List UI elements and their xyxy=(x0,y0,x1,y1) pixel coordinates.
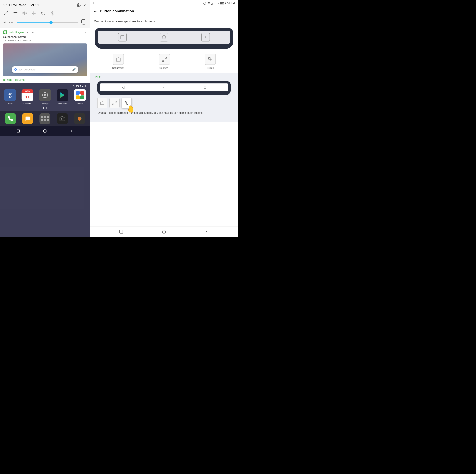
help-phone-mock: ◁ ○ □ xyxy=(97,81,231,95)
capture-option-label: Capture+ xyxy=(159,67,170,69)
app-bar: ← Button combination xyxy=(90,7,238,16)
qslide-option[interactable]: QSlide xyxy=(204,54,216,69)
clear-all-button[interactable]: CLEAR ALL xyxy=(73,85,87,88)
home-button-left[interactable] xyxy=(42,128,48,134)
dock-item-apps[interactable] xyxy=(39,113,50,124)
phone-mock-top xyxy=(95,28,233,49)
brightness-fill xyxy=(17,22,51,23)
notification-title: Screenshot saved xyxy=(3,35,87,39)
notification-app-name: Android System xyxy=(9,31,25,34)
app-grid: @ Email WED 11 Calendar xyxy=(0,89,90,105)
svg-rect-6 xyxy=(4,32,6,33)
volume-icon[interactable] xyxy=(40,10,46,16)
dock-item-messages[interactable] xyxy=(22,113,33,124)
page-dots xyxy=(0,105,90,111)
home-button-right[interactable] xyxy=(161,229,167,235)
wifi-icon[interactable] xyxy=(13,10,18,16)
search-placeholder: Say "Ok Google" xyxy=(18,68,70,71)
expand-icon[interactable] xyxy=(3,10,9,16)
app-label-email: Email xyxy=(8,102,13,105)
svg-point-14 xyxy=(43,129,46,133)
notification-option[interactable]: Notification xyxy=(112,54,124,69)
google-search-bar: G Say "Ok Google" 🎤 xyxy=(12,66,78,73)
back-nav-icon[interactable] xyxy=(201,33,210,41)
recents-button-left[interactable] xyxy=(15,128,21,134)
notification-header: Android System • now ∧ xyxy=(3,31,87,35)
back-button-appbar[interactable]: ← xyxy=(93,9,97,14)
svg-point-9 xyxy=(44,94,46,96)
notification-subtitle: Tap to see your screenshot xyxy=(3,39,87,42)
wifi-status-icon xyxy=(207,2,210,5)
share-button[interactable]: SHARE xyxy=(3,79,12,81)
svg-line-20 xyxy=(165,57,167,59)
page-dot-1 xyxy=(43,107,44,109)
app-item-playstore[interactable]: Play Store xyxy=(56,89,69,105)
android-system-icon xyxy=(3,31,7,35)
svg-point-0 xyxy=(78,5,79,6)
svg-point-18 xyxy=(162,35,166,39)
screenshot-preview[interactable]: G Say "Ok Google" 🎤 xyxy=(3,43,87,76)
mute-icon[interactable] xyxy=(22,10,28,16)
firefox-dock-icon xyxy=(74,113,85,124)
time-date: 2:51 PM Wed, Oct 11 xyxy=(3,3,39,7)
right-panel: 71% 2:51 PM ← Button combination Drag an… xyxy=(90,0,238,237)
dock xyxy=(0,111,90,126)
app-label-playstore: Play Store xyxy=(58,102,67,105)
home-nav-icon[interactable] xyxy=(160,33,168,41)
signal-icon xyxy=(211,2,214,5)
page-dot-2 xyxy=(46,107,47,109)
apps-dock-icon xyxy=(39,113,50,124)
recent-apps-section: CLEAR ALL @ Email WED 11 Calendar xyxy=(0,83,90,237)
gear-icon[interactable] xyxy=(77,3,81,7)
help-notification-icon[interactable] xyxy=(97,98,107,108)
svg-line-29 xyxy=(115,101,117,103)
page-title: Button combination xyxy=(100,9,134,13)
svg-rect-13 xyxy=(17,130,19,132)
airplane-icon[interactable] xyxy=(31,10,37,16)
dock-item-firefox[interactable] xyxy=(74,113,85,124)
back-button-right[interactable] xyxy=(204,229,210,235)
bluetooth-icon[interactable] xyxy=(49,10,55,16)
app-item-calendar[interactable]: WED 11 Calendar xyxy=(21,89,34,105)
help-section: HELP ◁ ○ □ xyxy=(90,72,238,122)
capture-option[interactable]: Capture+ xyxy=(159,54,170,69)
dock-item-camera[interactable] xyxy=(57,113,68,124)
brightness-percentage: 50% xyxy=(9,21,15,24)
calendar-app-icon: WED 11 xyxy=(21,89,34,101)
recents-nav-icon[interactable] xyxy=(118,33,127,41)
notification-card: Android System • now ∧ Screenshot saved … xyxy=(0,28,90,83)
help-drag-icons: 🤚 xyxy=(97,98,231,108)
time-right: 2:51 PM xyxy=(225,2,235,5)
svg-marker-5 xyxy=(41,12,43,15)
delete-button[interactable]: DELETE xyxy=(15,79,25,81)
back-button-left[interactable] xyxy=(69,128,75,134)
help-phone-screen: ◁ ○ □ xyxy=(100,84,228,91)
help-back-icon: ◁ xyxy=(122,86,124,89)
recents-button-right[interactable] xyxy=(118,229,124,235)
dock-item-phone[interactable] xyxy=(5,113,16,124)
auto-brightness-icon[interactable] xyxy=(81,19,85,23)
notification-expand-icon[interactable]: ∧ xyxy=(85,31,87,34)
svg-line-2 xyxy=(5,14,6,15)
phone-screen-top xyxy=(98,31,230,44)
hand-cursor-icon: 🤚 xyxy=(126,104,136,114)
help-qslide-drag-wrap: 🤚 xyxy=(121,98,132,108)
brightness-slider[interactable] xyxy=(17,22,78,23)
help-capture-icon[interactable] xyxy=(109,98,119,108)
notification-option-label: Notification xyxy=(112,67,124,69)
settings-app-icon xyxy=(39,89,51,101)
messages-dock-icon xyxy=(22,113,33,124)
qslide-option-icon xyxy=(204,54,216,65)
status-icons-right: 71% 2:51 PM xyxy=(203,2,235,5)
clear-all-row: CLEAR ALL xyxy=(0,83,90,89)
svg-line-21 xyxy=(162,60,164,62)
app-item-google[interactable]: Google xyxy=(73,89,87,105)
phone-dock-icon xyxy=(5,113,16,124)
chevron-down-icon[interactable] xyxy=(83,3,87,7)
svg-point-11 xyxy=(61,118,63,120)
app-item-settings[interactable]: Settings xyxy=(38,89,52,105)
button-options: Notification Capture+ xyxy=(90,52,238,72)
app-item-email[interactable]: @ Email xyxy=(3,89,17,105)
right-nav-bar xyxy=(90,226,238,237)
qslide-option-label: QSlide xyxy=(206,67,214,69)
